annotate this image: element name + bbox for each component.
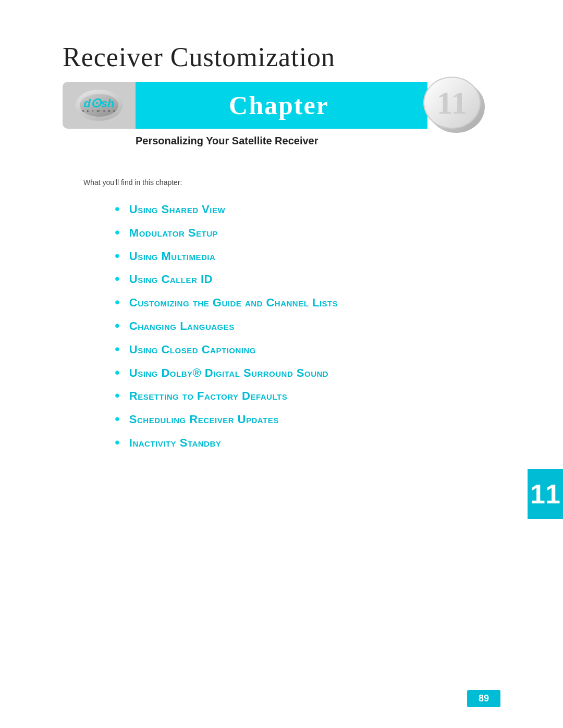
page-title: Receiver Customization <box>63 42 500 72</box>
dish-network-logo: dⵙsh N E T W O R K <box>76 90 123 121</box>
page-container: Receiver Customization dⵙsh N E T W O R … <box>0 0 563 728</box>
top-section: Receiver Customization dⵙsh N E T W O R … <box>0 0 563 147</box>
bullet-dot: • <box>115 248 120 264</box>
badge-front: 11 <box>423 77 481 129</box>
page-number: 89 <box>467 690 500 707</box>
chapter-number-badge: 11 <box>417 77 485 137</box>
list-item: • Inactivity Standby <box>115 436 500 451</box>
logo-inner: dⵙsh N E T W O R K <box>82 98 116 113</box>
subtitle-row: Personalizing Your Satellite Receiver <box>63 135 500 147</box>
bullet-dot: • <box>115 318 120 334</box>
contents-list: • Using Shared View • Modulator Setup • … <box>0 192 563 480</box>
bullet-dot: • <box>115 341 120 357</box>
bullet-text: Inactivity Standby <box>129 436 221 451</box>
logo-box: dⵙsh N E T W O R K <box>63 82 136 129</box>
list-item: • Using Shared View <box>115 202 500 217</box>
bullet-text: Using Dolby® Digital Surround Sound <box>129 366 328 381</box>
bullet-dot: • <box>115 411 120 427</box>
bullet-text: Using Closed Captioning <box>129 342 256 357</box>
list-item: • Using Dolby® Digital Surround Sound <box>115 366 500 381</box>
bullet-text: Using Caller ID <box>129 272 213 287</box>
chapter-banner: Chapter <box>130 82 427 129</box>
bullet-dot: • <box>115 271 120 287</box>
bullet-text: Changing Languages <box>129 319 235 334</box>
bullet-text: Using Multimedia <box>129 249 216 264</box>
bullet-dot: • <box>115 365 120 381</box>
bullet-text: Using Shared View <box>129 202 225 217</box>
intro-text: What you'll find in this chapter: <box>0 147 563 192</box>
logo-oval: dⵙsh N E T W O R K <box>76 90 123 121</box>
bullet-dot: • <box>115 388 120 404</box>
chapter-label: Chapter <box>229 90 329 120</box>
list-item: • Resetting to Factory Defaults <box>115 389 500 404</box>
bullet-dot: • <box>115 435 120 451</box>
network-text: N E T W O R K <box>82 109 116 113</box>
chapter-side-tab: 11 <box>528 469 563 519</box>
list-item: • Customizing the Guide and Channel List… <box>115 295 500 311</box>
bullet-dot: • <box>115 225 120 241</box>
side-tab-number: 11 <box>530 478 560 510</box>
list-item: • Modulator Setup <box>115 226 500 241</box>
bullet-dot: • <box>115 294 120 311</box>
subtitle-text: Personalizing Your Satellite Receiver <box>136 135 319 146</box>
bullet-text: Scheduling Receiver Updates <box>129 412 279 427</box>
chapter-number: 11 <box>437 87 468 119</box>
bullet-dot: • <box>115 201 120 217</box>
banner-row: dⵙsh N E T W O R K Chapter 11 <box>63 82 469 129</box>
bullet-text: Customizing the Guide and Channel Lists <box>129 295 338 311</box>
list-item: • Using Multimedia <box>115 249 500 264</box>
list-item: • Scheduling Receiver Updates <box>115 412 500 427</box>
bullet-text: Modulator Setup <box>129 226 218 241</box>
list-item: • Changing Languages <box>115 319 500 334</box>
dish-text: dⵙsh <box>82 98 116 109</box>
list-item: • Using Closed Captioning <box>115 342 500 357</box>
bullet-text: Resetting to Factory Defaults <box>129 389 287 404</box>
list-item: • Using Caller ID <box>115 272 500 287</box>
